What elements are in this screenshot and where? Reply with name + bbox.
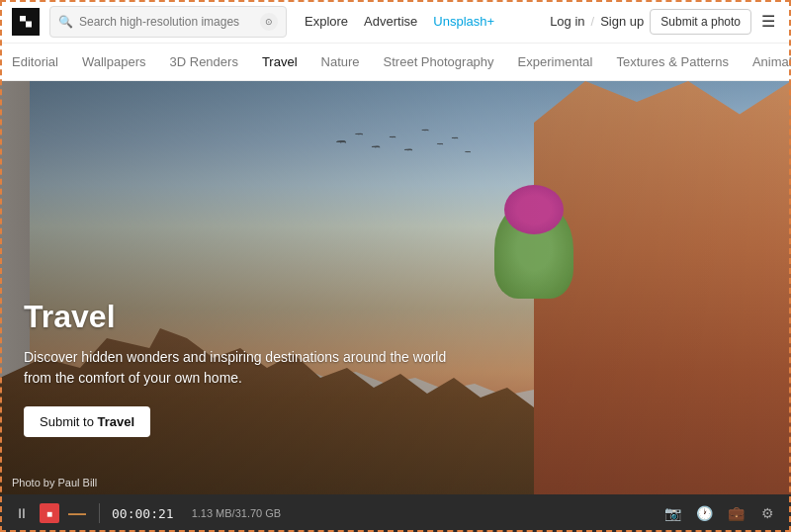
submit-photo-button[interactable]: Submit a photo xyxy=(650,9,751,35)
camera-search-icon[interactable]: ⊙ xyxy=(260,13,278,31)
hamburger-icon[interactable]: ☰ xyxy=(757,8,779,35)
cat-editorial[interactable]: Editorial xyxy=(12,44,70,82)
header-auth: Log in / Sign up Submit a photo ☰ xyxy=(550,8,779,35)
cat-wallpapers[interactable]: Wallpapers xyxy=(70,44,158,82)
debug-size: 1.13 MB/31.70 GB xyxy=(192,507,282,519)
photographer-link[interactable]: Paul Bill xyxy=(57,477,97,488)
cat-street-photography[interactable]: Street Photography xyxy=(372,44,506,82)
header: 🔍 ⊙ Explore Advertise Unsplash+ Log in /… xyxy=(0,0,791,44)
cat-animals[interactable]: Animals xyxy=(741,44,791,82)
camera-icon[interactable]: 📷 xyxy=(660,501,684,525)
cat-experimental[interactable]: Experimental xyxy=(506,44,605,82)
photo-credit-prefix: Photo by xyxy=(12,477,57,488)
logo[interactable] xyxy=(12,8,40,36)
hero-content: Travel Discover hidden wonders and inspi… xyxy=(24,299,459,437)
stop-button[interactable]: ■ xyxy=(40,503,59,523)
search-bar[interactable]: 🔍 ⊙ xyxy=(49,6,287,38)
advertise-link[interactable]: Advertise xyxy=(364,14,417,29)
auth-divider: / xyxy=(591,14,595,29)
explore-link[interactable]: Explore xyxy=(305,14,348,29)
hero-section: Travel Discover hidden wonders and inspi… xyxy=(0,81,791,496)
unsplash-plus-link[interactable]: Unsplash+ xyxy=(433,14,494,29)
pause-button[interactable]: ⏸ xyxy=(12,503,32,523)
history-icon[interactable]: 🕐 xyxy=(692,501,716,525)
login-link[interactable]: Log in xyxy=(550,14,584,29)
photo-credit: Photo by Paul Bill xyxy=(12,477,97,488)
cat-textures[interactable]: Textures & Patterns xyxy=(604,44,740,82)
minus-button[interactable]: — xyxy=(67,503,87,523)
debug-toolbar: ⏸ ■ — 00:00:21 1.13 MB/31.70 GB 📷 🕐 💼 ⚙ xyxy=(0,494,791,532)
submit-to-travel-button[interactable]: Submit to Travel xyxy=(24,406,150,437)
header-nav: Explore Advertise Unsplash+ xyxy=(305,14,494,29)
cat-3d-renders[interactable]: 3D Renders xyxy=(158,44,250,82)
submit-btn-topic: Travel xyxy=(98,414,135,429)
settings-icon[interactable]: ⚙ xyxy=(755,501,779,525)
category-nav: Editorial Wallpapers 3D Renders Travel N… xyxy=(0,44,791,81)
signup-link[interactable]: Sign up xyxy=(600,14,644,29)
cat-nature[interactable]: Nature xyxy=(309,44,372,82)
submit-btn-prefix: Submit to xyxy=(40,414,98,429)
logo-icon xyxy=(20,16,32,28)
search-input[interactable] xyxy=(79,15,254,29)
briefcase-icon[interactable]: 💼 xyxy=(724,501,747,525)
cat-travel[interactable]: Travel xyxy=(250,44,309,82)
search-icon: 🔍 xyxy=(58,15,73,29)
toolbar-separator-1 xyxy=(99,503,100,523)
debug-icons: 📷 🕐 💼 ⚙ xyxy=(660,501,779,525)
hero-description: Discover hidden wonders and inspiring de… xyxy=(24,347,459,389)
debug-timer: 00:00:21 xyxy=(112,506,174,521)
hero-title: Travel xyxy=(24,299,459,335)
